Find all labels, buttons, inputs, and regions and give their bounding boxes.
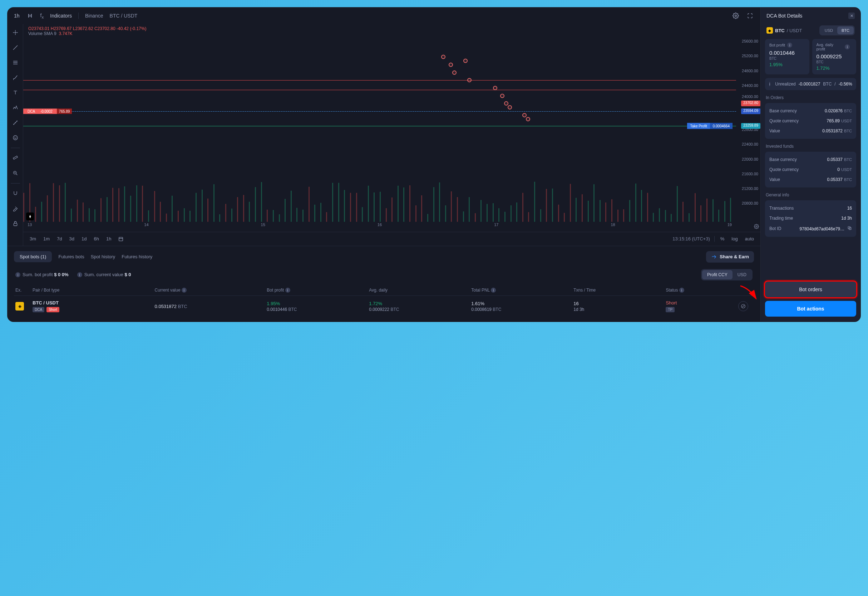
ohlc-readout: O23743.01 H23769.67 L23672.62 C23702.80 … — [23, 24, 760, 31]
svg-point-4 — [15, 32, 16, 33]
gear-icon[interactable] — [732, 12, 740, 20]
zoom-icon[interactable] — [10, 168, 21, 178]
svg-point-3 — [735, 15, 737, 17]
magnet-icon[interactable] — [10, 189, 21, 198]
tf-7d[interactable]: 7d — [55, 235, 63, 242]
tab-futures-bots[interactable]: Futures bots — [58, 254, 84, 259]
left-column: 1h fx Indicators Binance BTC / USDT — [7, 7, 760, 322]
pattern-icon[interactable] — [10, 103, 21, 113]
row-stop-button[interactable] — [738, 301, 748, 311]
emoji-icon[interactable] — [10, 133, 21, 143]
chart-bottombar: 3m 1m 7d 3d 1d 6h 1h 13:15:16 (UTC+3) % … — [23, 232, 760, 246]
ruler-icon[interactable] — [10, 153, 21, 163]
ccy-usd[interactable]: USD — [732, 270, 751, 280]
toggle-usd[interactable]: USD — [821, 27, 837, 34]
auto-toggle[interactable]: auto — [744, 235, 755, 242]
toggle-btc[interactable]: BTC — [837, 27, 854, 34]
chart-tool-rail — [7, 24, 23, 246]
binance-logo-icon: ◈ — [766, 27, 773, 34]
chart-plot[interactable]: DCA -0.0002 765.89 Take Profit0.0004664 … — [23, 38, 760, 232]
unrealized-card: i Unrealized -0.0001827 BTC / -0.56% — [765, 78, 856, 90]
row-pair: BTC / USDT — [32, 300, 152, 306]
volume-sma-readout: Volume SMA 9 3.747K — [23, 31, 760, 38]
percent-toggle[interactable]: % — [719, 235, 726, 242]
chart-pane[interactable]: O23743.01 H23769.67 L23672.62 C23702.80 … — [23, 24, 760, 246]
x-axis: 13141516171819 — [23, 222, 736, 232]
svg-line-33 — [742, 305, 744, 307]
fx-label: fx — [40, 13, 44, 19]
lock-icon[interactable] — [10, 219, 21, 229]
app-window: 1h fx Indicators Binance BTC / USDT — [7, 7, 861, 322]
bots-tabrow: Spot bots (1) Futures bots Spot history … — [14, 251, 754, 263]
bot-orders-button[interactable]: Bot orders — [765, 281, 856, 297]
price-tag-tp: 23259.89 — [741, 123, 760, 129]
lock-draw-icon[interactable] — [10, 204, 21, 214]
y-axis: 25600.0025200.0024800.0024400.0024000.00… — [736, 38, 760, 222]
share-earn-button[interactable]: Share & Earn — [706, 251, 754, 263]
tab-futures-history[interactable]: Futures history — [121, 254, 152, 259]
indicators-button[interactable]: Indicators — [50, 13, 72, 19]
details-ccy-toggle[interactable]: USD BTC — [819, 25, 855, 35]
tf-1m[interactable]: 1m — [42, 235, 51, 242]
trendline-icon[interactable] — [10, 43, 21, 53]
tab-spot-bots[interactable]: Spot bots (1) — [14, 251, 52, 262]
svg-point-17 — [17, 121, 17, 121]
binance-logo-icon: ◈ — [15, 302, 24, 311]
svg-point-22 — [16, 137, 16, 138]
tf-3d[interactable]: 3d — [68, 235, 76, 242]
badge-short: Short — [46, 307, 59, 312]
currency-switch[interactable]: Profit CCY USD — [701, 269, 753, 281]
svg-rect-30 — [119, 237, 123, 241]
svg-point-21 — [14, 137, 15, 138]
tf-3m[interactable]: 3m — [28, 235, 38, 242]
bots-panel: Spot bots (1) Futures bots Spot history … — [7, 246, 760, 322]
copy-icon[interactable] — [847, 226, 852, 231]
svg-point-15 — [13, 124, 13, 124]
candle-type-icon[interactable] — [26, 12, 34, 20]
card-avg-daily: Avg. daily profiti 0.0009225 BTC 1.72% — [812, 39, 856, 74]
close-icon[interactable]: ✕ — [848, 13, 855, 19]
crosshair-icon[interactable] — [10, 28, 21, 38]
badge-dca: DCA — [32, 307, 44, 312]
svg-rect-2 — [30, 15, 30, 17]
forecast-icon[interactable] — [10, 118, 21, 128]
tradingview-logo-icon: ⧫ — [26, 213, 34, 220]
ccy-profit-ccy[interactable]: Profit CCY — [702, 270, 732, 280]
card-bot-profit: Bot profiti 0.0010446 BTC 1.95% — [765, 39, 809, 74]
svg-rect-28 — [13, 223, 17, 226]
section-in-orders: In Orders — [766, 95, 856, 100]
fib-icon[interactable] — [10, 58, 21, 68]
text-tool-icon[interactable] — [10, 88, 21, 98]
svg-rect-23 — [13, 156, 17, 159]
fullscreen-icon[interactable] — [746, 12, 754, 20]
svg-rect-1 — [31, 14, 32, 18]
goto-date-icon[interactable] — [117, 235, 125, 243]
details-title: DCA Bot Details — [766, 13, 802, 19]
brush-icon[interactable] — [10, 72, 21, 83]
svg-line-25 — [16, 173, 17, 175]
svg-line-19 — [15, 121, 16, 122]
tf-1d[interactable]: 1d — [80, 235, 88, 242]
timeframe-selected[interactable]: 1h — [14, 13, 20, 19]
clock-display: 13:15:16 (UTC+3) — [672, 236, 710, 241]
svg-rect-0 — [28, 14, 29, 18]
info-icon: i — [77, 272, 82, 277]
log-toggle[interactable]: log — [730, 235, 739, 242]
svg-point-16 — [15, 122, 15, 123]
tf-6h[interactable]: 6h — [93, 235, 100, 242]
svg-line-9 — [13, 46, 18, 50]
chart-topbar: 1h fx Indicators Binance BTC / USDT — [7, 7, 760, 24]
table-row[interactable]: ◈ BTC / USDT DCA Short 0.0531872 BTC 1.9… — [14, 296, 754, 316]
chart-area: O23743.01 H23769.67 L23672.62 C23702.80 … — [7, 24, 760, 246]
pair-label[interactable]: BTC / USDT — [110, 13, 138, 19]
section-general: General info — [766, 192, 856, 197]
exchange-label[interactable]: Binance — [85, 13, 103, 19]
price-tag-last: 23702.80 — [741, 101, 760, 106]
tf-1h[interactable]: 1h — [105, 235, 113, 242]
axis-settings-icon[interactable] — [754, 224, 759, 231]
svg-line-18 — [14, 123, 15, 124]
bot-actions-button[interactable]: Bot actions — [765, 301, 856, 316]
section-invested: Invested funds — [766, 144, 856, 149]
summary-row: iSum. bot profit $ 0 0% iSum. current va… — [14, 263, 754, 285]
tab-spot-history[interactable]: Spot history — [91, 254, 115, 259]
